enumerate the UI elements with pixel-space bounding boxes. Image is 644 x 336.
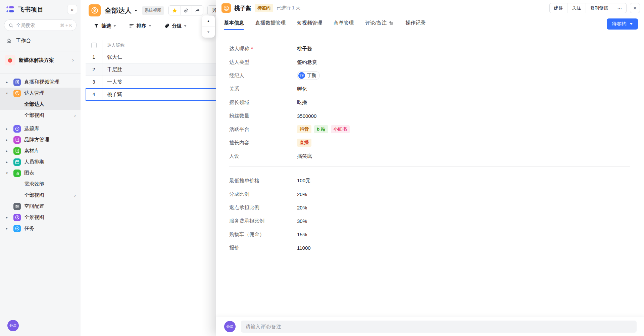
tab-label: 商单管理 [334,20,354,26]
chevron-right-icon[interactable]: › [72,57,74,63]
select-all-checkbox[interactable] [91,43,97,48]
sidebar-item-label: 全部视图 [24,192,44,198]
field-value[interactable]: 直播 [297,139,311,147]
tab-操作记录[interactable]: 操作记录 [405,16,426,30]
caret-right-icon[interactable]: ▸ [6,149,11,153]
sidebar-item-全部达人[interactable]: 全部达人 [0,99,81,110]
caret-down-icon[interactable]: ▾ [6,91,11,95]
field-row-经纪人: 经纪人丁鹏丁鹏 [229,69,630,82]
tab-直播数据管理[interactable]: 直播数据管理 [255,16,286,30]
sidebar-item-选题库[interactable]: ▸选题库 [0,123,81,134]
settings-gear-button[interactable] [180,6,192,15]
field-label: 粉丝数量 [229,113,297,119]
star-button[interactable] [169,6,180,15]
comment-sort-icon[interactable] [389,20,394,26]
view-icon [89,4,101,16]
next-record-button[interactable]: ▼ [202,27,215,38]
sidebar-item-全部视图[interactable]: 全部视图› [0,190,81,201]
share-button[interactable] [192,6,203,15]
sidebar-header: 飞书项目 « [0,0,81,14]
status-dropdown-button[interactable]: 待签约 [607,18,638,30]
chevron-down-icon[interactable] [135,10,137,11]
caret-right-icon[interactable]: ▸ [6,215,11,219]
copy-link-button[interactable]: 复制链接 [586,3,613,13]
sidebar-item-需求效能[interactable]: 需求效能 [0,179,81,190]
chevron-right-icon[interactable]: › [74,112,76,118]
global-search[interactable]: ⌘ + K [4,19,77,31]
tab-基本信息[interactable]: 基本信息 [224,16,244,30]
sidebar-item-任务[interactable]: ▸任务 [0,223,81,234]
create-group-button[interactable]: 建群 [550,3,567,13]
funnel-icon [94,23,99,29]
tab-评论/备注[interactable]: 评论/备注 [365,16,394,30]
chevron-down-icon [630,23,633,25]
field-value[interactable]: 签约悬赏 [297,59,317,65]
person-icon [13,90,21,97]
field-label: 擅长领域 [229,99,297,106]
sidebar-space-switcher[interactable]: 新媒体解决方案 › [0,51,81,69]
system-view-badge: 系统视图 [142,6,164,15]
field-value[interactable]: 11000 [297,245,311,251]
sidebar-item-素材库[interactable]: ▸素材库 [0,145,81,156]
commenter-avatar[interactable]: 孙星 [224,321,236,332]
field-row-活跃平台: 活跃平台抖音b 站小红书 [229,123,630,136]
sidebar-item-图表[interactable]: ▾图表 [0,167,81,179]
drawer-fields: 达人昵称*桃子酱达人类型签约悬赏经纪人丁鹏丁鹏关系孵化擅长领域吃播粉丝数量350… [216,31,644,317]
sidebar-item-人员排期[interactable]: ▸人员排期 [0,156,81,167]
sidebar-item-全部视图[interactable]: 全部视图› [0,110,81,121]
chevron-right-icon[interactable]: › [74,192,76,198]
search-input[interactable] [16,22,60,28]
view-action-group [168,5,203,15]
field-value[interactable]: 20% [297,191,307,197]
field-value[interactable]: 30% [297,218,307,224]
caret-down-icon[interactable]: ▾ [6,171,11,175]
tag-b 站[interactable]: b 站 [314,125,328,133]
sidebar-item-全景视图[interactable]: ▸全景视图 [0,212,81,223]
tab-短视频管理[interactable]: 短视频管理 [297,16,322,30]
follow-button[interactable]: 关注 [567,3,586,13]
caret-right-icon[interactable]: ▸ [6,80,11,84]
toolbar-排序-button[interactable]: 排序 [129,23,151,29]
sidebar-item-达人管理[interactable]: ▾达人管理 [0,88,81,99]
field-value[interactable]: 丁鹏丁鹏 [297,71,320,80]
sidebar-item-空间配置[interactable]: 空间配置 [0,201,81,212]
tag-直播[interactable]: 直播 [297,139,311,147]
sidebar-item-label: 全景视图 [24,214,44,221]
sidebar-item-label: 图表 [24,170,34,176]
member-pill[interactable]: 丁鹏丁鹏 [297,71,320,80]
sidebar-item-品牌方管理[interactable]: ▸品牌方管理 [0,134,81,145]
tag-抖音[interactable]: 抖音 [297,125,311,133]
sidebar-item-workbench[interactable]: 工作台 [3,35,78,46]
field-value[interactable]: 搞笑疯 [297,153,312,159]
strawberry-icon [5,55,15,65]
tab-商单管理[interactable]: 商单管理 [334,16,354,30]
field-value[interactable]: 20% [297,205,307,210]
tag-小红书[interactable]: 小红书 [331,125,350,133]
toolbar-筛选-button[interactable]: 筛选 [94,23,116,29]
field-value[interactable]: 孵化 [297,86,307,92]
doc-icon [13,147,21,155]
field-value[interactable]: 吃播 [297,99,307,106]
row-index: 3 [86,76,102,88]
search-icon [8,23,13,28]
comment-input[interactable] [241,321,637,333]
view-title[interactable]: 全部达人 [105,6,132,15]
caret-right-icon[interactable]: ▸ [6,160,11,164]
caret-right-icon[interactable]: ▸ [6,227,11,230]
field-row-达人类型: 达人类型签约悬赏 [229,55,630,69]
sidebar-collapse-button[interactable]: « [67,5,77,14]
field-value[interactable]: 抖音b 站小红书 [297,125,350,133]
caret-right-icon[interactable]: ▸ [6,138,11,142]
field-value[interactable]: 桃子酱 [297,46,312,52]
sidebar-item-直播和视频管理[interactable]: ▸直播和视频管理 [0,77,81,88]
toolbar-分组-button[interactable]: 分组 [164,23,187,29]
field-value[interactable]: 100元 [297,178,310,184]
chevron-down-icon [184,25,187,27]
caret-right-icon[interactable]: ▸ [6,127,11,131]
close-icon[interactable]: ✕ [630,3,640,13]
more-actions-button[interactable]: ⋯ [613,3,627,13]
field-value[interactable]: 15% [297,232,307,237]
prev-record-button[interactable]: ▲ [202,15,215,27]
field-value[interactable]: 3500000 [297,113,316,119]
sidebar-user-avatar[interactable]: 孙星 [7,320,19,331]
